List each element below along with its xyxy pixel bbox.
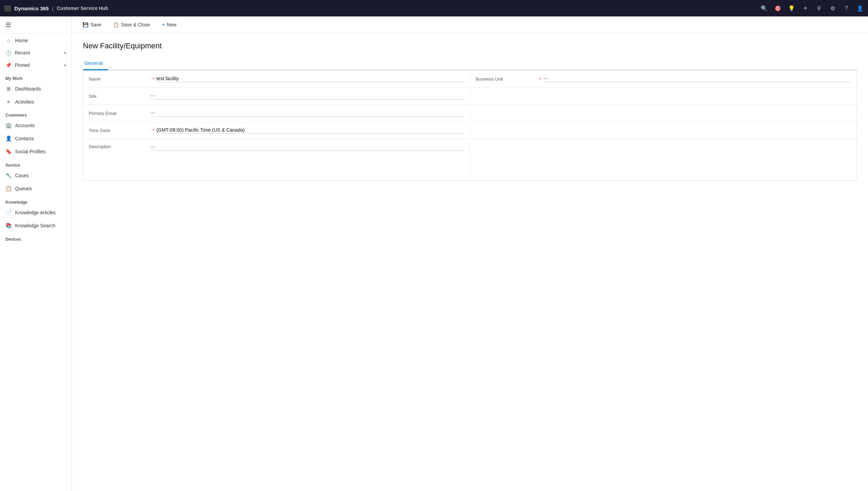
form-cell-time-zone-right [470,122,857,139]
pin-icon: 📌 [5,62,11,68]
sidebar-item-queues[interactable]: 📋 Queues [0,182,72,195]
description-label: Description [89,144,150,149]
save-close-icon: 📋 [113,22,119,27]
brand: ⬛ Dynamics 365 | Customer Service Hub [4,5,108,12]
filter-icon[interactable]: ⚲ [815,5,823,12]
form-cell-time-zone: Time Zone * (GMT-08:00) Pacific Time (US… [83,122,470,139]
top-navigation: ⬛ Dynamics 365 | Customer Service Hub 🔍 … [0,0,868,16]
form-cell-primary-email: Primary Email --- [83,105,470,122]
chevron-down-icon: ▾ [64,63,66,68]
brand-logo: ⬛ [4,5,11,12]
sidebar-item-label: Dashboards [15,86,41,92]
user-icon[interactable]: 👤 [856,5,864,12]
create-new-icon[interactable]: + [802,4,809,12]
primary-email-label: Primary Email [89,111,150,116]
cases-icon: 🔧 [5,172,12,179]
save-button[interactable]: 💾 Save [77,20,107,30]
accounts-icon: 🏢 [5,122,12,129]
sidebar-item-label: Contacts [15,136,34,141]
save-icon: 💾 [83,22,88,27]
knowledge-articles-icon: 📄 [5,209,12,216]
sidebar-item-activities[interactable]: ≡ Activities [0,95,72,108]
tab-general[interactable]: General [83,57,108,70]
brand-name: Dynamics 365 [14,5,49,11]
sidebar-item-home[interactable]: ⌂ Home [0,34,72,47]
form-card: Name * test facility Business Unit * ---… [83,70,857,181]
save-close-button[interactable]: 📋 Save & Close [108,20,155,30]
form-cell-name: Name * test facility [83,71,470,87]
sidebar-item-label: Accounts [15,123,35,128]
sidebar-item-pinned[interactable]: 📌 Pinned ▾ [0,59,72,71]
form-cell-description: Description --- [83,139,470,180]
sidebar-item-label: Social Profiles [15,149,46,154]
time-zone-label: Time Zone [89,128,150,133]
site-value[interactable]: --- [150,93,464,99]
site-label: Site [89,94,150,99]
sidebar-item-contacts[interactable]: 👤 Contacts [0,132,72,145]
idea-icon[interactable]: 💡 [788,5,795,12]
name-required-indicator: * [152,76,154,82]
new-label: New [167,22,176,27]
sidebar-item-recent[interactable]: 🕐 Recent ▾ [0,47,72,59]
form-row-description: Description --- [83,139,857,180]
business-unit-label: Business Unit [476,76,537,82]
activities-icon: ≡ [5,99,12,105]
sidebar-item-cases[interactable]: 🔧 Cases [0,169,72,182]
save-close-label: Save & Close [121,22,150,27]
page-area: New Facility/Equipment General Name * te… [72,33,868,491]
description-value[interactable]: --- [150,144,464,151]
sidebar-toggle[interactable]: ☰ [0,16,72,34]
sidebar: ☰ ⌂ Home 🕐 Recent ▾ 📌 Pinned ▾ My Work ⊞… [0,16,72,491]
knowledge-search-icon: 📚 [5,223,12,229]
home-icon: ⌂ [5,37,12,43]
form-row-primary-email: Primary Email --- [83,105,857,122]
help-icon[interactable]: ? [843,5,850,11]
recent-icon: 🕐 [5,50,11,56]
section-service: Service [0,158,72,169]
sidebar-item-social-profiles[interactable]: 🔖 Social Profiles [0,145,72,158]
sidebar-item-label: Home [15,38,28,43]
new-plus-icon: + [162,22,165,28]
business-unit-required-indicator: * [539,76,541,82]
section-my-work: My Work [0,71,72,82]
sidebar-item-label: Knowledge Articles [15,210,56,215]
form-row-name: Name * test facility Business Unit * --- [83,71,857,88]
form-cell-primary-email-right [470,105,857,122]
time-zone-value[interactable]: (GMT-08:00) Pacific Time (US & Canada) [156,127,464,134]
form-cell-site-right [470,88,857,105]
sidebar-item-knowledge-articles[interactable]: 📄 Knowledge Articles [0,206,72,219]
page-title: New Facility/Equipment [83,41,857,50]
form-cell-business-unit: Business Unit * --- [470,71,857,87]
dashboard-icon: ⊞ [5,86,12,92]
sidebar-item-label: Pinned [15,62,30,68]
app-module-name: Customer Service Hub [57,5,108,11]
settings-icon[interactable]: ⚙ [829,5,836,12]
name-label: Name [89,76,150,82]
form-cell-site: Site --- [83,88,470,105]
queues-icon: 📋 [5,185,12,192]
name-value[interactable]: test facility [156,76,464,82]
primary-email-value[interactable]: --- [150,110,464,117]
sidebar-item-accounts[interactable]: 🏢 Accounts [0,119,72,132]
goal-icon[interactable]: 🎯 [774,5,782,12]
sidebar-item-label: Knowledge Search [15,223,56,228]
sidebar-item-label: Cases [15,173,29,178]
sidebar-item-knowledge-search[interactable]: 📚 Knowledge Search [0,219,72,232]
new-button[interactable]: + New [157,19,182,30]
toolbar: 💾 Save 📋 Save & Close + New [72,16,868,33]
sidebar-item-dashboards[interactable]: ⊞ Dashboards [0,82,72,95]
chevron-down-icon: ▾ [64,51,66,55]
main-content: 💾 Save 📋 Save & Close + New New Facility… [72,16,868,491]
section-knowledge: Knowledge [0,195,72,206]
tabs: General [83,57,857,70]
contacts-icon: 👤 [5,135,12,142]
sidebar-item-label: Activities [15,99,34,105]
top-nav-icons: 🔍 🎯 💡 + ⚲ ⚙ ? 👤 [760,4,864,12]
business-unit-value[interactable]: --- [543,76,851,82]
form-row-time-zone: Time Zone * (GMT-08:00) Pacific Time (US… [83,122,857,139]
time-zone-required-indicator: * [152,128,154,133]
section-customers: Customers [0,108,72,119]
save-label: Save [90,22,101,27]
form-row-site: Site --- [83,88,857,105]
search-icon[interactable]: 🔍 [760,5,768,12]
